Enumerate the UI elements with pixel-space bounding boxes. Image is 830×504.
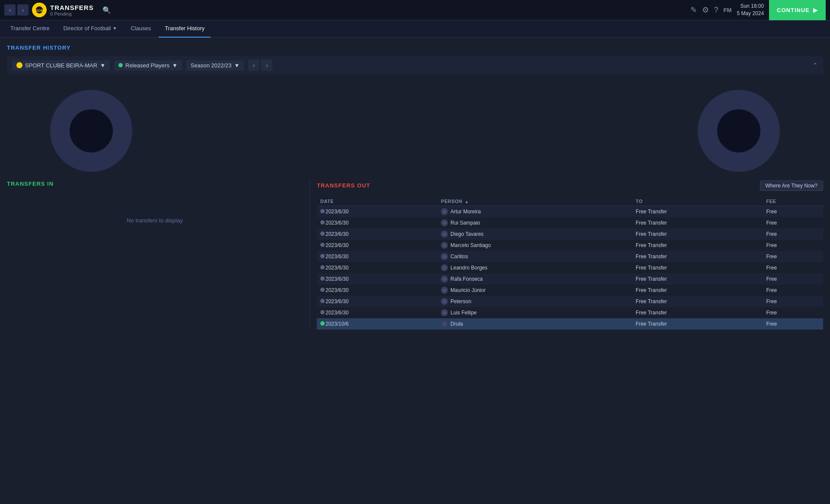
- person-avatar-icon: ☺: [441, 219, 448, 226]
- person-name: Rafa Fonseca: [450, 276, 483, 282]
- transfers-out-table: DATE PERSON ▲ TO FEE 2023/6/30 ☺ Artur M…: [317, 197, 823, 330]
- status-dot-icon: [320, 254, 325, 258]
- nav-bar: Transfer Centre Director of Football ▼ C…: [0, 20, 830, 38]
- cell-person: ☺ Artur Moreira: [437, 206, 632, 218]
- cell-to: Free Transfer: [632, 307, 763, 318]
- profile-circle-left: [50, 90, 132, 172]
- transfers-out-section: TRANSFERS OUT Where Are They Now? DATE P…: [310, 181, 823, 330]
- person-name: Carlitos: [450, 254, 468, 260]
- season-dropdown-icon: ▼: [234, 62, 239, 69]
- cell-date: 2023/6/30: [317, 217, 437, 228]
- date-display: Sun 18:00 5 May 2024: [737, 3, 764, 17]
- edit-button[interactable]: ✎: [690, 5, 697, 15]
- nav-item-director-of-football[interactable]: Director of Football ▼: [57, 20, 123, 38]
- table-row[interactable]: 2023/6/30 ☺ Rafa Fonseca Free Transfer F…: [317, 273, 823, 285]
- cell-person: ☺ Carlitos: [437, 251, 632, 262]
- cell-to: Free Transfer: [632, 217, 763, 228]
- cell-person: ☺ Diego Tavares: [437, 228, 632, 240]
- page-title: TRANSFERS: [50, 4, 94, 11]
- table-row[interactable]: 2023/6/30 ☺ Artur Moreira Free Transfer …: [317, 206, 823, 218]
- nav-item-transfer-history[interactable]: Transfer History: [159, 20, 211, 38]
- cell-date: 2023/10/6: [317, 318, 437, 330]
- cell-person: ☺ Leandro Borges: [437, 262, 632, 273]
- continue-button[interactable]: CONTINUE ▶: [769, 0, 826, 20]
- forward-button[interactable]: ›: [17, 4, 29, 16]
- cell-to: Free Transfer: [632, 262, 763, 273]
- search-button[interactable]: 🔍: [102, 6, 111, 14]
- nav-item-transfer-centre[interactable]: Transfer Centre: [4, 20, 56, 38]
- player-type-dropdown-icon: ▼: [172, 62, 178, 69]
- profile-avatar-right: [717, 109, 760, 152]
- transfers-in-title: TRANSFERS IN: [7, 181, 303, 187]
- prev-season-button[interactable]: ‹: [248, 60, 259, 71]
- cell-fee: Free: [763, 228, 823, 240]
- cell-fee: Free: [763, 273, 823, 285]
- person-avatar-icon: ☺: [441, 320, 448, 327]
- next-season-button[interactable]: ›: [261, 60, 272, 71]
- cell-person: ☺ Rafa Fonseca: [437, 273, 632, 285]
- col-person[interactable]: PERSON ▲: [437, 197, 632, 206]
- table-row[interactable]: 2023/6/30 ☺ Peterson Free Transfer Free: [317, 296, 823, 307]
- cell-fee: Free: [763, 206, 823, 218]
- status-dot-icon: [320, 243, 325, 247]
- person-name: Artur Moreira: [450, 209, 481, 215]
- nav-item-clauses[interactable]: Clauses: [124, 20, 157, 38]
- where-are-they-now-button[interactable]: Where Are They Now?: [760, 181, 824, 191]
- table-row[interactable]: 2023/6/30 ☺ Luis Fellipe Free Transfer F…: [317, 307, 823, 318]
- cell-to: Free Transfer: [632, 251, 763, 262]
- fm-badge: FM: [724, 7, 732, 13]
- transfers-in-section: TRANSFERS IN No transfers to display: [7, 181, 310, 330]
- cell-to: Free Transfer: [632, 240, 763, 251]
- table-row[interactable]: 2023/10/6 ☺ Drula Free Transfer Free: [317, 318, 823, 330]
- cell-to: Free Transfer: [632, 296, 763, 307]
- player-type-label: Released Players: [125, 62, 169, 69]
- club-name: SPORT CLUBE BEIRA-MAR: [25, 62, 97, 69]
- cell-person: ☺ Peterson: [437, 296, 632, 307]
- person-name: Drula: [450, 321, 463, 327]
- back-button[interactable]: ‹: [4, 4, 16, 16]
- cell-person: ☺ Marcelo Santiago: [437, 240, 632, 251]
- cell-date: 2023/6/30: [317, 228, 437, 240]
- top-bar: ‹ › SCB TRANSFERS 0 Pending 🔍 ✎ ⚙ ? FM S…: [0, 0, 830, 20]
- main-content: TRANSFER HISTORY SPORT CLUBE BEIRA-MAR ▼…: [0, 38, 830, 336]
- cell-fee: Free: [763, 262, 823, 273]
- table-row[interactable]: 2023/6/30 ☺ Diego Tavares Free Transfer …: [317, 228, 823, 240]
- person-name: Mauricio Júnior: [450, 287, 485, 293]
- help-button[interactable]: ?: [714, 6, 718, 15]
- person-name: Marcelo Santiago: [450, 242, 491, 248]
- sort-asc-icon: ▲: [465, 200, 469, 204]
- transfers-container: TRANSFERS IN No transfers to display TRA…: [7, 181, 823, 330]
- person-avatar-icon: ☺: [441, 253, 448, 260]
- person-name: Rui Sampaio: [450, 220, 480, 226]
- nav-arrows: ‹ ›: [4, 4, 29, 16]
- continue-icon: ▶: [813, 7, 818, 13]
- club-filter[interactable]: SPORT CLUBE BEIRA-MAR ▼: [12, 60, 110, 70]
- cell-fee: Free: [763, 240, 823, 251]
- status-dot-icon: [320, 310, 325, 314]
- player-type-filter[interactable]: Released Players ▼: [114, 60, 182, 70]
- table-row[interactable]: 2023/6/30 ☺ Leandro Borges Free Transfer…: [317, 262, 823, 273]
- profile-avatar-left: [70, 109, 113, 152]
- person-avatar-icon: ☺: [441, 242, 448, 249]
- season-filter[interactable]: Season 2022/23 ▼: [186, 60, 244, 70]
- collapse-button[interactable]: ⌃: [813, 62, 818, 69]
- profile-circle-right: [698, 90, 780, 172]
- table-row[interactable]: 2023/6/30 ☺ Carlitos Free Transfer Free: [317, 251, 823, 262]
- table-row[interactable]: 2023/6/30 ☺ Rui Sampaio Free Transfer Fr…: [317, 217, 823, 228]
- person-avatar-icon: ☺: [441, 231, 448, 238]
- nav-label-transfer-centre: Transfer Centre: [10, 25, 50, 32]
- status-dot-icon: [320, 265, 325, 269]
- person-name: Peterson: [450, 298, 471, 304]
- table-row[interactable]: 2023/6/30 ☺ Marcelo Santiago Free Transf…: [317, 240, 823, 251]
- table-header-row: DATE PERSON ▲ TO FEE: [317, 197, 823, 206]
- table-row[interactable]: 2023/6/30 ☺ Mauricio Júnior Free Transfe…: [317, 285, 823, 296]
- cell-to: Free Transfer: [632, 228, 763, 240]
- status-dot-icon: [320, 299, 325, 303]
- transfer-history-title: TRANSFER HISTORY: [7, 44, 823, 51]
- transfers-out-title: TRANSFERS OUT: [317, 182, 370, 189]
- cell-date: 2023/6/30: [317, 240, 437, 251]
- settings-button[interactable]: ⚙: [702, 5, 709, 15]
- cell-to: Free Transfer: [632, 206, 763, 218]
- top-bar-right: ✎ ⚙ ? FM Sun 18:00 5 May 2024 CONTINUE ▶: [690, 0, 826, 20]
- filters-row: SPORT CLUBE BEIRA-MAR ▼ Released Players…: [7, 56, 823, 74]
